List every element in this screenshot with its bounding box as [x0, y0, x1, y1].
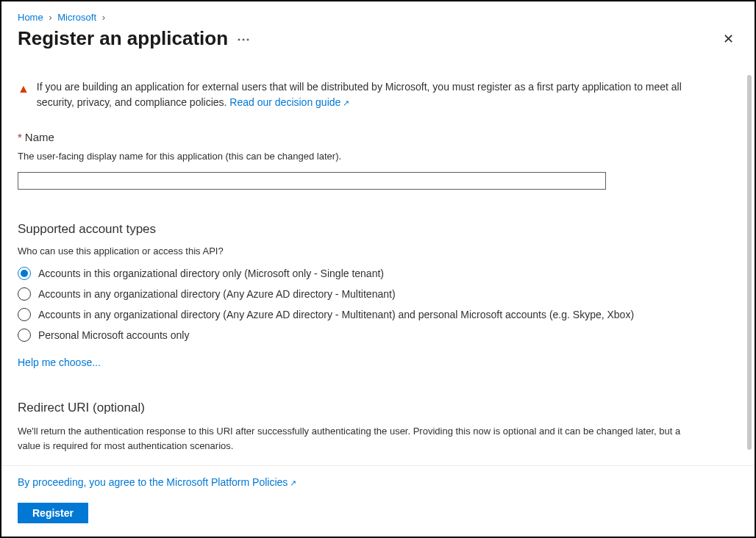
external-link-icon: ↗: [290, 478, 296, 487]
banner-text: If you are building an application for e…: [37, 81, 682, 108]
footer: By proceeding, you agree to the Microsof…: [1, 465, 755, 537]
page-title: Register an application: [18, 27, 228, 50]
name-input[interactable]: [18, 172, 606, 190]
radio-single-tenant[interactable]: Accounts in this organizational director…: [18, 267, 738, 280]
radio-icon: [18, 308, 31, 321]
radio-label: Personal Microsoft accounts only: [38, 329, 189, 341]
main-scroll-area: Home › Microsoft › Register an applicati…: [1, 1, 755, 456]
redirect-uri-heading: Redirect URI (optional): [18, 401, 738, 415]
help-me-choose-link[interactable]: Help me choose...: [18, 356, 101, 368]
info-banner: ▲ If you are building an application for…: [18, 79, 738, 110]
radio-label: Accounts in any organizational directory…: [38, 288, 396, 300]
banner-link-text: Read our decision guide: [229, 96, 340, 108]
info-banner-text: If you are building an application for e…: [37, 79, 716, 110]
policy-link-text: By proceeding, you agree to the Microsof…: [18, 476, 288, 488]
radio-icon: [18, 267, 31, 280]
page-title-wrap: Register an application ⋯: [18, 27, 251, 50]
account-types-heading: Supported account types: [18, 222, 738, 237]
radio-icon: [18, 287, 31, 301]
header-row: Register an application ⋯ ✕: [18, 27, 738, 50]
name-label: * Name: [18, 131, 738, 143]
decision-guide-link[interactable]: Read our decision guide↗: [229, 96, 349, 108]
name-label-text: Name: [25, 131, 54, 143]
radio-personal-only[interactable]: Personal Microsoft accounts only: [18, 329, 738, 342]
chevron-right-icon: ›: [102, 12, 105, 23]
close-button[interactable]: ✕: [718, 29, 738, 49]
vertical-scrollbar[interactable]: [747, 75, 752, 450]
close-icon: ✕: [723, 31, 734, 47]
policy-link-row: By proceeding, you agree to the Microsof…: [18, 476, 738, 488]
breadcrumb: Home › Microsoft ›: [18, 12, 738, 23]
radio-icon: [18, 329, 31, 342]
warning-icon: ▲: [18, 80, 29, 98]
platform-policies-link[interactable]: By proceeding, you agree to the Microsof…: [18, 476, 296, 488]
radio-multitenant-personal[interactable]: Accounts in any organizational directory…: [18, 308, 738, 321]
required-indicator: *: [18, 131, 22, 143]
radio-label: Accounts in any organizational directory…: [38, 309, 634, 320]
more-actions-icon[interactable]: ⋯: [237, 31, 251, 47]
chevron-right-icon: ›: [49, 12, 51, 23]
radio-multitenant[interactable]: Accounts in any organizational directory…: [18, 287, 738, 301]
breadcrumb-parent[interactable]: Microsoft: [57, 12, 96, 23]
register-button[interactable]: Register: [18, 503, 88, 523]
name-help: The user-facing display name for this ap…: [18, 151, 738, 162]
account-types-sub: Who can use this application or access t…: [18, 245, 738, 257]
account-types-radio-group: Accounts in this organizational director…: [18, 267, 738, 342]
redirect-uri-desc: We'll return the authentication response…: [18, 424, 694, 453]
breadcrumb-home[interactable]: Home: [18, 12, 43, 23]
external-link-icon: ↗: [343, 98, 349, 107]
radio-label: Accounts in this organizational director…: [38, 268, 384, 279]
